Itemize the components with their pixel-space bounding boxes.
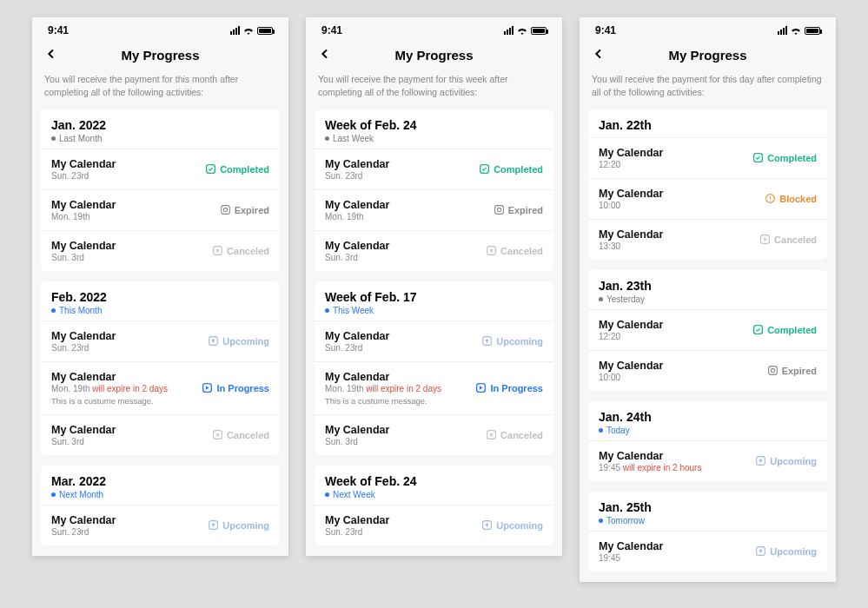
calendar-item[interactable]: My Calendar Mon. 19th Expired	[41, 189, 280, 230]
phone-day: 9:41 My Progress You will receive the pa…	[580, 17, 836, 582]
intro-text: You will receive the payment for this we…	[306, 73, 562, 109]
progress-section: Week of Feb. 17 This Week My Calendar Su…	[315, 281, 553, 455]
section-title: Jan. 25th	[599, 500, 817, 514]
upcoming-icon	[481, 335, 493, 348]
calendar-item[interactable]: My Calendar 10:00 Expired	[588, 350, 827, 391]
section-tag: Next Week	[325, 490, 543, 499]
status-time: 9:41	[48, 24, 69, 36]
item-name: My Calendar	[51, 424, 116, 436]
calendar-item[interactable]: My Calendar 13:30 Canceled	[588, 219, 827, 260]
status-label: Canceled	[227, 430, 269, 440]
item-note: This is a custume message.	[51, 396, 168, 406]
calendar-item[interactable]: My Calendar 10:00 Blocked	[588, 178, 827, 219]
page-title: My Progress	[580, 48, 836, 63]
calendar-item[interactable]: My Calendar Mon. 19th Expired	[315, 189, 553, 230]
progress-section: Jan. 24th Today My Calendar 19:45 will e…	[588, 401, 827, 481]
calendar-item[interactable]: My Calendar 12:20 Completed	[588, 137, 827, 178]
calendar-item[interactable]: My Calendar Sun. 23rd Upcoming	[315, 321, 553, 361]
progress-section: Week of Feb. 24 Next Week My Calendar Su…	[315, 466, 553, 545]
section-header: Week of Feb. 24 Last Week	[315, 109, 553, 149]
status-label: Canceled	[500, 430, 543, 440]
progress-section: Jan. 2022 Last Month My Calendar Sun. 23…	[41, 109, 280, 271]
canceled-icon	[759, 234, 771, 247]
status-badge-completed: Completed	[752, 324, 817, 337]
item-subtitle: 19:45 will expire in 2 hours	[599, 463, 701, 473]
item-subtitle: Sun. 23rd	[51, 171, 116, 181]
signal-icon	[504, 26, 514, 35]
phone-week: 9:41 My Progress You will receive the pa…	[306, 17, 562, 556]
item-subtitle: 12:20	[599, 160, 663, 169]
item-name: My Calendar	[51, 371, 168, 383]
section-title: Week of Feb. 17	[325, 290, 543, 304]
status-label: Canceled	[774, 235, 817, 245]
upcoming-icon	[755, 545, 766, 558]
section-tag: Next Month	[51, 490, 269, 499]
calendar-item[interactable]: My Calendar 19:45 will expire in 2 hours…	[588, 440, 827, 481]
status-badge-upcoming: Upcoming	[755, 455, 817, 468]
status-bar: 9:41	[306, 17, 562, 40]
status-badge-completed: Completed	[752, 152, 817, 165]
phone-month: 9:41 My Progress You will receive the pa…	[32, 17, 288, 556]
section-title: Jan. 2022	[51, 118, 269, 132]
calendar-item[interactable]: My Calendar Sun. 23rd Completed	[315, 149, 553, 189]
status-bar: 9:41	[32, 17, 288, 40]
section-header: Jan. 25th Tomorrow	[588, 492, 827, 531]
intro-text: You will receive the payment for this mo…	[32, 73, 288, 109]
progress-section: Feb. 2022 This Month My Calendar Sun. 23…	[41, 281, 280, 455]
status-label: Canceled	[227, 246, 269, 256]
calendar-item[interactable]: My Calendar Mon. 19th will expire in 2 d…	[315, 361, 553, 414]
section-title: Jan. 24th	[599, 410, 817, 424]
status-badge-blocked: Blocked	[765, 193, 817, 206]
status-badge-canceled: Canceled	[212, 429, 269, 442]
upcoming-icon	[208, 335, 219, 348]
status-badge-upcoming: Upcoming	[481, 519, 543, 532]
svg-rect-9	[494, 206, 503, 215]
item-name: My Calendar	[599, 147, 663, 159]
back-button[interactable]	[318, 45, 332, 64]
section-title: Feb. 2022	[51, 290, 269, 304]
calendar-item[interactable]: My Calendar 19:45 Upcoming	[588, 531, 827, 572]
status-indicators	[778, 26, 820, 35]
item-subtitle: Mon. 19th	[325, 212, 389, 221]
back-button[interactable]	[592, 45, 606, 64]
calendar-item[interactable]: My Calendar 12:20 Completed	[588, 309, 827, 350]
calendar-item[interactable]: My Calendar Sun. 23rd Upcoming	[41, 505, 280, 545]
status-indicators	[504, 26, 547, 35]
calendar-item[interactable]: My Calendar Sun. 23rd Upcoming	[315, 505, 553, 545]
item-subtitle: 12:20	[599, 332, 663, 341]
item-name: My Calendar	[599, 188, 663, 200]
progress-section: Week of Feb. 24 Last Week My Calendar Su…	[315, 109, 553, 271]
item-name: My Calendar	[51, 199, 116, 211]
calendar-item[interactable]: My Calendar Sun. 3rd Canceled	[41, 414, 280, 455]
calendar-item[interactable]: My Calendar Mon. 19th will expire in 2 d…	[41, 361, 280, 414]
status-label: In Progress	[490, 383, 543, 393]
upcoming-icon	[755, 455, 766, 468]
status-badge-completed: Completed	[479, 163, 543, 176]
item-name: My Calendar	[325, 330, 389, 342]
section-tag: This Week	[325, 306, 543, 315]
svg-point-22	[771, 368, 774, 372]
section-tag: Last Month	[51, 134, 269, 143]
inprogress-icon	[202, 382, 213, 395]
progress-section: Jan. 23th Yesterday My Calendar 12:20 Co…	[588, 270, 827, 391]
calendar-item[interactable]: My Calendar Sun. 3rd Canceled	[315, 230, 553, 271]
calendar-item[interactable]: My Calendar Sun. 23rd Upcoming	[41, 321, 280, 361]
status-label: Completed	[767, 325, 817, 335]
canceled-icon	[486, 429, 497, 442]
item-subtitle: Sun. 23rd	[325, 343, 389, 353]
calendar-item[interactable]: My Calendar Sun. 3rd Canceled	[41, 230, 280, 271]
calendar-item[interactable]: My Calendar Sun. 23rd Completed	[41, 149, 280, 189]
completed-icon	[752, 324, 764, 337]
item-subtitle: 10:00	[599, 373, 663, 382]
completed-icon	[479, 163, 490, 176]
item-name: My Calendar	[325, 514, 389, 526]
expired-icon	[494, 204, 505, 217]
back-button[interactable]	[44, 45, 58, 64]
svg-point-10	[497, 208, 500, 211]
status-badge-upcoming: Upcoming	[208, 335, 269, 348]
calendar-item[interactable]: My Calendar Sun. 3rd Canceled	[315, 414, 553, 455]
item-subtitle: Sun. 3rd	[325, 437, 389, 446]
progress-section: Jan. 22th My Calendar 12:20 Completed My…	[588, 109, 827, 260]
chevron-left-icon	[318, 47, 332, 61]
section-header: Jan. 22th	[588, 109, 827, 137]
